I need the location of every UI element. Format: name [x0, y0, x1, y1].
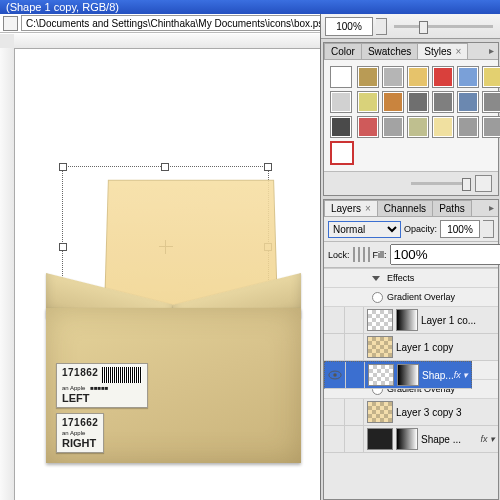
layer-effect-row[interactable]: Gradient Overlay — [324, 288, 498, 307]
style-swatch[interactable] — [457, 116, 479, 138]
effect-toggle-icon[interactable] — [372, 292, 383, 303]
lock-paint-icon[interactable] — [358, 247, 360, 262]
style-swatch[interactable] — [457, 66, 479, 88]
document-canvas[interactable]: 171862 an Apple ■■■■■ LEFT 171662 an App… — [0, 34, 320, 500]
style-swatch[interactable] — [482, 66, 500, 88]
layer-mask-thumbnail[interactable] — [397, 364, 419, 386]
style-swatch[interactable] — [357, 116, 379, 138]
ruler-corner — [0, 34, 15, 49]
tab-layers[interactable]: Layers× — [324, 200, 378, 216]
fx-badge[interactable]: fx ▾ — [454, 370, 469, 380]
opacity-label: Opacity: — [404, 224, 437, 234]
layer-thumbnail[interactable] — [367, 428, 393, 450]
style-swatch[interactable] — [357, 91, 379, 113]
style-swatch[interactable] — [357, 66, 379, 88]
layer-row[interactable]: Shap...fx ▾ — [324, 361, 472, 389]
lock-label: Lock: — [328, 250, 350, 260]
ruler-horizontal[interactable] — [14, 34, 320, 49]
style-swatch[interactable] — [407, 116, 429, 138]
style-swatch[interactable] — [382, 91, 404, 113]
style-swatch[interactable] — [382, 116, 404, 138]
styles-size-slider[interactable] — [411, 182, 471, 185]
style-swatch[interactable] — [482, 116, 500, 138]
box-artwork: 171862 an Apple ■■■■■ LEFT 171662 an App… — [46, 273, 301, 463]
shipping-label-right: 171662 an Apple RIGHT — [56, 413, 104, 453]
visibility-toggle[interactable] — [324, 426, 345, 452]
layer-name[interactable]: Shape ... — [421, 434, 480, 445]
style-swatch[interactable] — [407, 91, 429, 113]
lock-move-icon[interactable] — [363, 247, 365, 262]
lock-all-icon[interactable] — [368, 247, 370, 262]
layer-thumbnail[interactable] — [367, 401, 393, 423]
zoom-slider[interactable] — [394, 25, 493, 28]
style-swatch[interactable] — [382, 66, 404, 88]
layer-mask-thumbnail[interactable] — [396, 309, 418, 331]
panel-menu-icon[interactable]: ▸ — [485, 43, 498, 59]
visibility-toggle[interactable] — [324, 307, 345, 333]
layer-row[interactable]: Layer 1 copy — [324, 334, 498, 361]
style-swatch[interactable] — [407, 66, 429, 88]
layer-mask-thumbnail[interactable] — [396, 428, 418, 450]
fill-label: Fill: — [373, 250, 387, 260]
style-swatch[interactable] — [457, 91, 479, 113]
style-swatch[interactable] — [432, 91, 454, 113]
layer-thumbnail[interactable] — [367, 336, 393, 358]
style-swatch[interactable] — [432, 116, 454, 138]
transform-handle-t[interactable] — [161, 163, 169, 171]
transform-handle-tl[interactable] — [59, 163, 67, 171]
layer-effect-row[interactable]: Effects — [324, 269, 498, 288]
tab-channels[interactable]: Channels — [377, 200, 433, 216]
zoom-dropdown[interactable] — [376, 18, 387, 35]
style-swatch[interactable] — [482, 91, 500, 113]
tab-styles[interactable]: Styles× — [417, 43, 468, 59]
visibility-toggle[interactable] — [325, 362, 346, 388]
panel-menu-icon[interactable]: ▸ — [485, 200, 498, 216]
effect-label: Effects — [387, 273, 414, 283]
styles-footer — [324, 171, 498, 195]
layer-list[interactable]: EffectsGradient OverlayLayer 1 co...Laye… — [324, 268, 498, 499]
tab-color[interactable]: Color — [324, 43, 362, 59]
close-icon[interactable]: × — [456, 46, 462, 57]
pathbar-icon — [3, 16, 18, 31]
styles-panel: Color Swatches Styles× ▸ — [323, 42, 499, 196]
opacity-dropdown[interactable] — [483, 220, 494, 238]
styles-grid — [324, 60, 498, 171]
layer-name[interactable]: Shap... — [422, 370, 454, 381]
window-titlebar: (Shape 1 copy, RGB/8) — [0, 0, 500, 14]
style-swatch[interactable] — [432, 66, 454, 88]
layer-name[interactable]: Layer 1 co... — [421, 315, 498, 326]
zoom-input[interactable] — [325, 17, 373, 36]
layer-row[interactable]: Layer 3 copy 3 — [324, 399, 498, 426]
chevron-down-icon[interactable] — [372, 276, 380, 281]
ruler-vertical[interactable] — [0, 48, 15, 500]
fx-badge[interactable]: fx ▾ — [480, 434, 495, 444]
visibility-toggle[interactable] — [324, 399, 345, 425]
styles-trash-icon[interactable] — [475, 175, 492, 192]
panel-column: Color Swatches Styles× ▸ Layers× Channel… — [320, 14, 500, 500]
layer-thumbnail[interactable] — [367, 309, 393, 331]
transform-handle-l[interactable] — [59, 243, 67, 251]
layer-name[interactable]: Layer 1 copy — [396, 342, 498, 353]
lock-transparency-icon[interactable] — [353, 247, 355, 262]
visibility-toggle[interactable] — [324, 334, 345, 360]
fill-input[interactable] — [390, 244, 500, 265]
tab-paths[interactable]: Paths — [432, 200, 472, 216]
zoom-bar — [321, 14, 500, 39]
layer-thumbnail[interactable] — [368, 364, 394, 386]
artwork-stage[interactable]: 171862 an Apple ■■■■■ LEFT 171662 an App… — [14, 48, 320, 500]
layer-row[interactable]: Layer 1 co... — [324, 307, 498, 334]
layer-name[interactable]: Layer 3 copy 3 — [396, 407, 498, 418]
style-swatch[interactable] — [330, 66, 352, 88]
shipping-label-left: 171862 an Apple ■■■■■ LEFT — [56, 363, 148, 408]
layer-row[interactable]: Shape ...fx ▾ — [324, 426, 498, 453]
transform-handle-tr[interactable] — [264, 163, 272, 171]
blend-mode-select[interactable]: Normal — [328, 221, 401, 238]
layers-panel: Layers× Channels Paths ▸ Normal Opacity:… — [323, 199, 499, 500]
opacity-input[interactable] — [440, 220, 480, 238]
close-icon[interactable]: × — [365, 203, 371, 214]
style-swatch[interactable] — [330, 116, 352, 138]
style-swatch[interactable] — [330, 91, 352, 113]
style-swatch-none[interactable] — [330, 141, 354, 165]
box-front: 171862 an Apple ■■■■■ LEFT 171662 an App… — [46, 308, 301, 463]
tab-swatches[interactable]: Swatches — [361, 43, 418, 59]
